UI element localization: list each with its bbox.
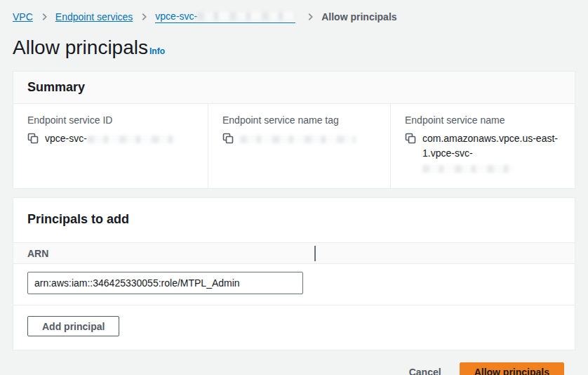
- summary-grid: Endpoint service ID vpce-svc- Endpoint s…: [13, 104, 575, 188]
- principals-heading: Principals to add: [27, 212, 561, 227]
- field-label: Endpoint service name: [405, 114, 561, 126]
- field-value-text: vpce-svc-: [45, 131, 175, 146]
- arn-column-header: ARN: [27, 248, 314, 259]
- breadcrumb-chevron-icon: [305, 12, 315, 22]
- summary-card-header: Summary: [13, 72, 575, 104]
- allow-principals-button[interactable]: Allow principals: [460, 362, 564, 375]
- breadcrumb-chevron-icon: [139, 12, 149, 22]
- field-value: vpce-svc-: [27, 131, 194, 146]
- arn-input[interactable]: [27, 272, 303, 294]
- breadcrumb-service-id-label[interactable]: vpce-svc-: [155, 10, 197, 22]
- summary-heading: Summary: [27, 80, 561, 95]
- breadcrumb-chevron-icon: [39, 12, 49, 22]
- arn-input-row: [13, 264, 575, 305]
- field-label: Endpoint service ID: [27, 114, 194, 126]
- breadcrumb: VPC Endpoint services vpce-svc- Allow pr…: [13, 10, 575, 23]
- summary-field-endpoint-service-name: Endpoint service name com.amazonaws.vpce…: [390, 104, 575, 188]
- principals-card-header: Principals to add: [13, 198, 575, 242]
- value-prefix: com.amazonaws.vpce.us-east-1.vpce-svc-: [422, 133, 558, 159]
- principals-card: Principals to add ARN Add principal: [13, 197, 575, 350]
- field-value-text: [240, 131, 356, 146]
- principals-table-header: ARN: [13, 242, 575, 264]
- column-resize-handle[interactable]: [314, 246, 316, 261]
- summary-field-endpoint-service-name-tag: Endpoint service name tag: [208, 104, 390, 188]
- breadcrumb-item-current: Allow principals: [321, 11, 396, 23]
- page-title-text: Allow principals: [13, 37, 148, 58]
- copy-icon[interactable]: [405, 133, 416, 144]
- summary-card: Summary Endpoint service ID vpce-svc- En…: [13, 71, 575, 189]
- breadcrumb-item-endpoint-services[interactable]: Endpoint services: [55, 11, 133, 23]
- copy-icon[interactable]: [27, 133, 39, 144]
- breadcrumb-item-vpc[interactable]: VPC: [13, 11, 33, 23]
- footer-actions: Cancel Allow principals: [13, 362, 575, 375]
- field-value: [222, 131, 376, 146]
- redacted-text: [240, 136, 356, 143]
- copy-icon[interactable]: [222, 133, 234, 144]
- breadcrumb-item-service-id[interactable]: vpce-svc-: [155, 10, 295, 23]
- field-value-text: com.amazonaws.vpce.us-east-1.vpce-svc-: [422, 131, 561, 176]
- page-root: VPC Endpoint services vpce-svc- Allow pr…: [0, 0, 588, 375]
- add-principal-row: Add principal: [13, 305, 575, 350]
- page-title: Allow principalsInfo: [13, 37, 575, 59]
- summary-field-endpoint-service-id: Endpoint service ID vpce-svc-: [13, 104, 208, 188]
- value-prefix: vpce-svc-: [45, 133, 87, 144]
- redacted-text: [197, 12, 295, 20]
- cancel-button[interactable]: Cancel: [409, 367, 441, 375]
- redacted-text: [422, 165, 514, 173]
- add-principal-button[interactable]: Add principal: [27, 316, 119, 336]
- redacted-text: [87, 136, 175, 143]
- field-label: Endpoint service name tag: [222, 114, 376, 126]
- field-value: com.amazonaws.vpce.us-east-1.vpce-svc-: [405, 131, 561, 176]
- info-link[interactable]: Info: [149, 46, 165, 56]
